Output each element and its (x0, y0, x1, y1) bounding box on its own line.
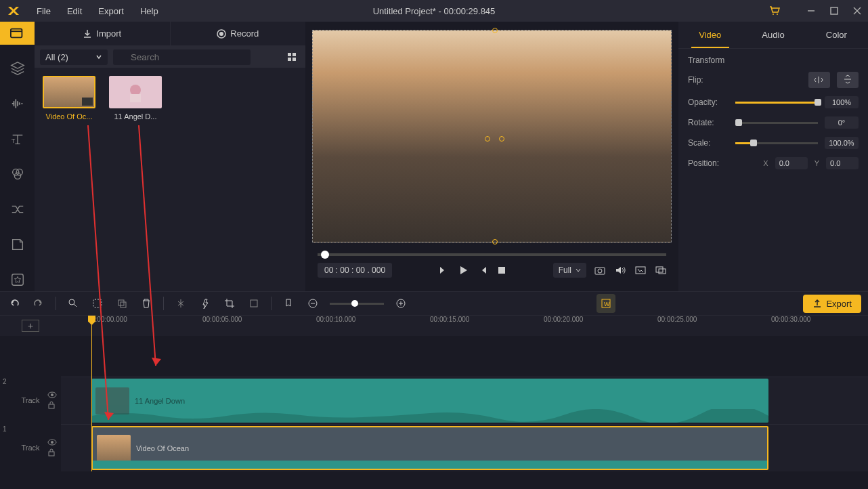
export-button[interactable]: Export (803, 295, 861, 313)
visibility-icon[interactable] (47, 391, 57, 398)
speed-button[interactable] (198, 296, 213, 311)
main-menu: File Edit Export Help (30, 3, 165, 19)
filter-label: All (2) (45, 52, 68, 62)
crop-button[interactable] (222, 296, 237, 311)
undo-button[interactable] (7, 296, 22, 311)
menu-export[interactable]: Export (91, 3, 131, 19)
import-button[interactable]: Import (35, 22, 171, 45)
maximize-button[interactable] (829, 5, 840, 16)
sidebar-stickers[interactable] (0, 233, 35, 256)
track-row-1: 1 Track Video Of Ocean (0, 424, 868, 471)
waveform (91, 409, 768, 423)
svg-rect-17 (288, 58, 291, 61)
media-panel: Import Record All (2) Video Of O (35, 22, 305, 291)
cart-icon[interactable] (769, 5, 780, 16)
media-thumb (43, 76, 95, 108)
tool-search[interactable] (66, 296, 81, 311)
lock-icon[interactable] (47, 401, 56, 409)
watermark-button[interactable]: W (596, 294, 615, 313)
menu-file[interactable]: File (30, 3, 58, 19)
seek-bar[interactable] (318, 253, 666, 256)
preview-viewport[interactable] (312, 30, 672, 242)
fullscreen-button[interactable] (655, 266, 666, 274)
tool-select[interactable] (90, 296, 105, 311)
flip-vertical-button[interactable] (837, 72, 859, 88)
media-thumb (109, 76, 162, 108)
zoom-out-button[interactable] (305, 296, 320, 311)
snapshot-button[interactable] (594, 265, 605, 275)
resize-handle-bottom[interactable] (492, 239, 498, 244)
svg-point-1 (777, 14, 778, 15)
scale-slider[interactable] (735, 142, 818, 144)
scale-value[interactable]: 100.0% (825, 137, 859, 149)
menu-help[interactable]: Help (133, 3, 165, 19)
tab-color[interactable]: Color (805, 22, 868, 48)
marker-button[interactable] (281, 296, 296, 311)
svg-rect-29 (93, 299, 102, 307)
video-clip[interactable]: Video Of Ocean (91, 426, 768, 470)
record-label: Record (230, 28, 259, 39)
split-button[interactable] (173, 296, 188, 311)
lock-icon[interactable] (47, 448, 56, 456)
opacity-value[interactable]: 100% (825, 96, 859, 108)
zoom-in-button[interactable] (393, 296, 408, 311)
record-button[interactable]: Record (171, 22, 306, 45)
left-sidebar: T (0, 22, 35, 291)
timeline-ruler[interactable]: + 0:00:00.000 00:00:05.000 00:00:10.000 … (0, 316, 868, 336)
svg-point-41 (51, 394, 53, 396)
volume-button[interactable] (615, 265, 626, 275)
resize-handle-top[interactable] (492, 28, 498, 33)
svg-rect-26 (659, 269, 666, 274)
add-track-button[interactable]: + (22, 320, 39, 332)
audio-clip[interactable]: 11 Angel Down (91, 379, 768, 423)
media-item-video[interactable]: Video Of Oc... (43, 76, 95, 121)
prev-frame-button[interactable] (439, 265, 448, 275)
grid-view-toggle[interactable] (284, 49, 300, 65)
track-content[interactable]: Video Of Ocean (61, 424, 868, 471)
svg-rect-30 (118, 300, 124, 305)
position-label: Position: (688, 158, 729, 168)
pos-x-input[interactable] (775, 157, 808, 169)
preview-zoom-dropdown[interactable]: Full (553, 263, 586, 278)
rotate-value[interactable]: 0° (825, 116, 859, 129)
svg-point-8 (16, 169, 22, 175)
timeline-zoom-slider[interactable] (330, 303, 384, 305)
media-item-audio[interactable]: 11 Angel D... (109, 76, 162, 121)
search-input[interactable] (113, 49, 251, 65)
close-button[interactable] (852, 5, 863, 16)
aspect-button[interactable] (635, 266, 646, 274)
sidebar-audio[interactable] (0, 92, 35, 115)
sidebar-favorites[interactable] (0, 268, 35, 291)
center-handle-2[interactable] (499, 136, 504, 142)
sidebar-media[interactable] (0, 22, 35, 45)
sidebar-text[interactable]: T (0, 127, 35, 150)
tab-audio[interactable]: Audio (741, 22, 804, 48)
tab-video[interactable]: Video (678, 22, 741, 48)
scale-label: Scale: (688, 138, 729, 148)
sidebar-transitions[interactable] (0, 198, 35, 221)
redo-button[interactable] (31, 296, 46, 311)
svg-point-19 (130, 85, 141, 95)
seek-handle[interactable] (321, 251, 329, 259)
sidebar-layers[interactable] (0, 57, 35, 80)
next-frame-button[interactable] (478, 265, 487, 275)
flip-horizontal-button[interactable] (808, 72, 830, 88)
clip-label: 11 Angel Down (135, 397, 185, 405)
pos-y-input[interactable] (826, 157, 859, 169)
import-label: Import (96, 28, 121, 39)
svg-rect-25 (656, 267, 663, 272)
track-content[interactable]: 11 Angel Down (61, 377, 868, 424)
media-filter-dropdown[interactable]: All (2) (40, 49, 108, 65)
rotate-slider[interactable] (735, 122, 818, 124)
delete-button[interactable] (139, 296, 154, 311)
minimize-button[interactable] (806, 5, 817, 16)
center-handle[interactable] (485, 136, 490, 142)
play-button[interactable] (458, 265, 469, 276)
stop-button[interactable] (497, 265, 506, 275)
opacity-slider[interactable] (735, 102, 818, 104)
tool-copy[interactable] (114, 296, 129, 311)
menu-edit[interactable]: Edit (60, 3, 89, 19)
sidebar-filters[interactable] (0, 163, 35, 186)
visibility-icon[interactable] (47, 439, 57, 446)
tool-adjust[interactable] (246, 296, 261, 311)
